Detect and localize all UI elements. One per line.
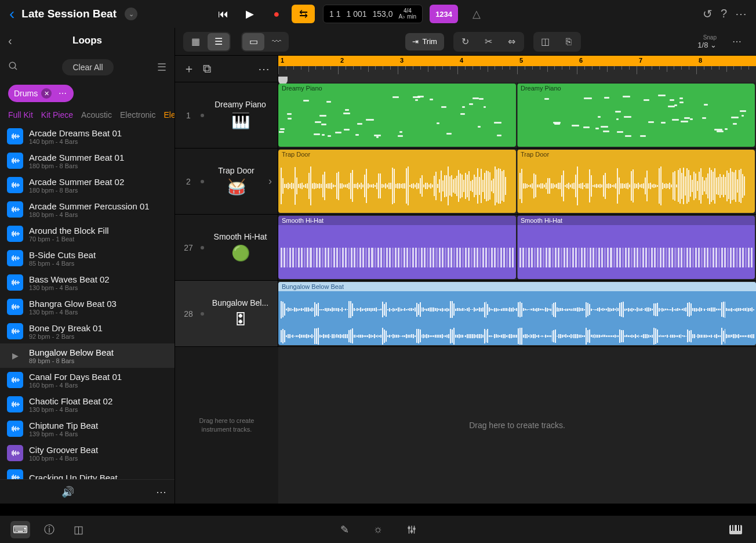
region[interactable]: Bungalow Below Beat <box>278 282 756 345</box>
loop-item[interactable]: Arcade Summer Beat 02180 bpm - 8 Bars <box>0 173 175 197</box>
track-lane[interactable]: Trap DoorTrap Door <box>278 149 756 215</box>
track-header[interactable]: 28Bungalow Bel...🎛 <box>175 281 278 347</box>
track-lane[interactable]: Dreamy PianoDreamy Piano <box>278 82 756 149</box>
region[interactable]: Dreamy Piano <box>517 84 755 147</box>
project-dropdown[interactable]: ⌄ <box>125 8 137 20</box>
track-lane[interactable]: Smooth Hi-HatSmooth Hi-Hat <box>278 215 756 281</box>
copy-tool-button[interactable]: ⎘ <box>558 33 580 50</box>
project-title[interactable]: Late Session Beat <box>21 8 117 20</box>
track-header[interactable]: 2Trap Door🥁› <box>175 149 278 215</box>
view-list-button[interactable]: ☰ <box>208 33 230 50</box>
add-track-button[interactable]: ＋ <box>183 61 195 77</box>
top-bar: ‹ Late Session Beat ⌄ ⏮ ▶ ● ⇆ 1 1 1 001 … <box>0 0 756 28</box>
waveform-icon <box>7 323 23 339</box>
loop-item[interactable]: Cracking Up Dirty Beat <box>0 465 175 479</box>
position-sub: 1 001 <box>346 9 366 19</box>
loop-tool-button[interactable]: ↻ <box>455 33 477 50</box>
scissors-tool-button[interactable]: ✂ <box>478 33 500 50</box>
search-icon[interactable] <box>8 61 19 74</box>
filter-more-icon[interactable]: ⋯ <box>55 89 70 98</box>
go-to-start-button[interactable]: ⏮ <box>212 5 235 23</box>
waveform-icon <box>7 201 23 218</box>
drop-hint-instrument[interactable]: Drag here to create instrument tracks. <box>175 347 278 504</box>
record-button[interactable]: ● <box>265 5 288 23</box>
play-button[interactable]: ▶ <box>238 5 261 23</box>
library-button[interactable]: ⌨ <box>10 521 30 538</box>
track-lane[interactable]: Bungalow Below Beat <box>278 281 756 347</box>
loop-item[interactable]: Chaotic Float Beat 02130 bpm - 4 Bars <box>0 392 175 417</box>
volume-icon[interactable]: 🔊 <box>61 486 74 498</box>
info-button[interactable]: ⓘ <box>39 521 59 538</box>
bar-number: 1 <box>281 57 284 64</box>
marquee-tool-button[interactable]: ◫ <box>535 33 557 50</box>
subfilter[interactable]: Full Kit <box>8 110 33 120</box>
smart-controls-button[interactable]: ☼ <box>368 521 388 538</box>
loop-item[interactable]: ▶Bungalow Below Beat89 bpm - 8 Bars <box>0 343 175 368</box>
edit-button[interactable]: ✎ <box>335 521 354 538</box>
mixer-button[interactable] <box>402 521 421 538</box>
view-grid-button[interactable]: ▦ <box>184 33 206 50</box>
waveform-icon <box>7 396 23 412</box>
loop-item[interactable]: Canal For Days Beat 01160 bpm - 4 Bars <box>0 368 175 392</box>
subfilter[interactable]: Acoustic <box>81 110 112 120</box>
count-in-button[interactable]: 1234 <box>430 5 458 23</box>
trim-tool-button[interactable]: ⇥ Trim <box>405 33 444 50</box>
signature: 4/4 A♭ min <box>399 8 417 20</box>
bar-number: 5 <box>519 57 523 64</box>
browser-button[interactable]: ◫ <box>68 521 88 538</box>
svg-line-1 <box>14 67 17 70</box>
region[interactable]: Smooth Hi-Hat <box>517 216 755 279</box>
region[interactable]: Smooth Hi-Hat <box>278 216 516 279</box>
top-right-actions: ↺ ? ⋯ <box>703 7 747 21</box>
subfilter[interactable]: Ele <box>163 110 175 120</box>
loop-item[interactable]: Arcade Summer Beat 01180 bpm - 8 Bars <box>0 149 175 173</box>
drop-hint-tracks[interactable]: Drag here to create tracks. <box>278 347 756 504</box>
keyboard-button[interactable] <box>726 521 746 538</box>
loop-item[interactable]: Arcade Dreams Beat 01140 bpm - 4 Bars <box>0 124 175 149</box>
workspace-more-icon[interactable]: ⋯ <box>726 33 748 50</box>
metronome-button[interactable]: △ <box>465 5 488 23</box>
loop-item[interactable]: Arcade Summer Percussion 01180 bpm - 4 B… <box>0 197 175 222</box>
loop-item[interactable]: City Groover Beat100 bpm - 4 Bars <box>0 441 175 465</box>
sidebar-more-icon[interactable]: ⋯ <box>156 486 166 498</box>
track-header[interactable]: 27Smooth Hi-Hat🟢 <box>175 215 278 281</box>
waveform-icon <box>7 226 23 242</box>
region[interactable]: Trap Door <box>278 150 516 213</box>
bar-number: 6 <box>579 57 583 64</box>
lcd-display[interactable]: 1 1 1 001 153,0 4/4 A♭ min <box>323 5 423 23</box>
loop-list[interactable]: Arcade Dreams Beat 01140 bpm - 4 BarsArc… <box>0 124 175 479</box>
undo-icon[interactable]: ↺ <box>703 7 713 21</box>
region[interactable]: Trap Door <box>517 150 755 213</box>
region[interactable]: Dreamy Piano <box>278 84 516 147</box>
track-header[interactable]: 1Dreamy Piano🎹 <box>175 82 278 149</box>
filter-chip-drums[interactable]: Drums ✕ ⋯ <box>8 85 74 102</box>
bar-number: 7 <box>639 57 642 64</box>
loop-item[interactable]: Bass Waves Beat 02130 bpm - 4 Bars <box>0 270 175 295</box>
track-more-icon[interactable]: ⋯ <box>258 62 270 76</box>
cycle-button[interactable]: ⇆ <box>292 5 315 23</box>
more-icon[interactable]: ⋯ <box>735 7 747 21</box>
loop-item[interactable]: Bone Dry Break 0192 bpm - 2 Bars <box>0 319 175 343</box>
loop-item[interactable]: B-Side Cuts Beat85 bpm - 4 Bars <box>0 246 175 270</box>
play-icon[interactable]: ▶ <box>7 347 23 364</box>
remove-filter-icon[interactable]: ✕ <box>41 88 52 99</box>
subfilter[interactable]: Electronic <box>120 110 155 120</box>
region-view-button[interactable]: ▭ <box>242 33 264 50</box>
duplicate-track-button[interactable]: ⧉ <box>203 62 211 75</box>
category-icon[interactable]: ☰ <box>157 61 166 74</box>
stretch-tool-button[interactable]: ⇔ <box>501 33 523 50</box>
clear-all-button[interactable]: Clear All <box>62 59 113 75</box>
loop-item[interactable]: Bhangra Glow Beat 03130 bpm - 4 Bars <box>0 295 175 319</box>
disclosure-icon[interactable]: › <box>268 175 272 187</box>
sidebar-back-button[interactable]: ‹ <box>8 34 12 48</box>
back-button[interactable]: ‹ <box>9 5 14 23</box>
snap-control[interactable]: Snap 1/8 ⌄ <box>697 34 717 49</box>
automation-view-button[interactable]: 〰 <box>266 33 288 50</box>
ruler[interactable]: 12345678 <box>278 56 756 82</box>
loop-item[interactable]: Around the Block Fill70 bpm - 1 Beat <box>0 222 175 246</box>
loop-item[interactable]: Chiptune Tip Beat139 bpm - 4 Bars <box>0 417 175 441</box>
track-instrument-icon: 🎹 <box>231 111 250 131</box>
transport-controls: ⏮ ▶ ● ⇆ 1 1 1 001 153,0 4/4 A♭ min 1234 … <box>212 5 488 23</box>
subfilter[interactable]: Kit Piece <box>41 110 73 120</box>
help-icon[interactable]: ? <box>721 7 727 21</box>
